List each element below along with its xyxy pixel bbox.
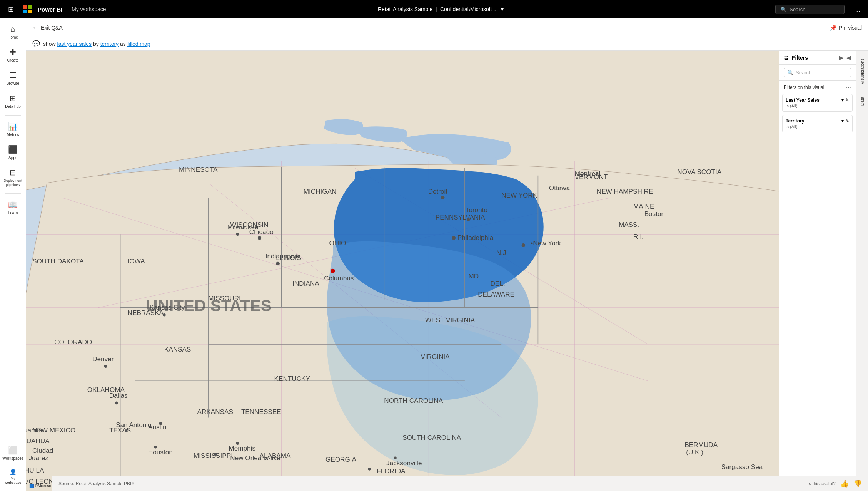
nav-separator: | xyxy=(436,6,437,12)
svg-text:MICHIGAN: MICHIGAN xyxy=(304,188,337,195)
filter-card-header-2: Territory ▾ ✎ xyxy=(786,118,849,124)
footer-feedback-text: Is this useful? xyxy=(808,481,836,486)
sidebar-item-learn[interactable]: 📖 Learn xyxy=(2,197,25,218)
qa-word-as: as xyxy=(119,41,127,47)
svg-point-55 xyxy=(258,236,262,240)
qa-query-text: show last year sales by territory as fil… xyxy=(43,41,150,47)
svg-text:NEW YORK: NEW YORK xyxy=(501,191,537,199)
qa-word-show: show xyxy=(43,41,57,47)
svg-text:KANSAS: KANSAS xyxy=(164,345,191,353)
sidebar-item-deployment[interactable]: ⊟ Deployment pipelines xyxy=(2,165,25,190)
filter-card-chevron-icon-2[interactable]: ▾ xyxy=(841,118,844,124)
filter-section-label: Filters on this visual xyxy=(784,85,824,90)
svg-point-69 xyxy=(104,365,107,368)
sidebar-item-browse[interactable]: ☰ Browse xyxy=(2,67,25,89)
svg-text:MAINE: MAINE xyxy=(633,203,654,210)
sidebar-item-label: Home xyxy=(8,35,18,40)
map-container[interactable]: SOUTH DAKOTA NEBRASKA COLORADO IOWA WISC… xyxy=(26,51,779,491)
svg-text:NORTH CAROLINA: NORTH CAROLINA xyxy=(384,397,443,404)
filter-section-more-icon[interactable]: ··· xyxy=(846,84,851,91)
qa-word-by: by xyxy=(92,41,100,47)
map-wrapper: SOUTH DAKOTA NEBRASKA COLORADO IOWA WISC… xyxy=(26,51,779,491)
more-options-button[interactable]: ... xyxy=(851,3,863,15)
sidebar-item-metrics[interactable]: 📊 Metrics xyxy=(2,119,25,140)
filter-card-edit-icon[interactable]: ✎ xyxy=(845,97,849,103)
sidebar-item-label: My workspace xyxy=(3,476,23,485)
sidebar-item-label: Apps xyxy=(8,156,17,160)
tab-data[interactable]: Data xyxy=(858,92,866,110)
svg-text:PENNSYLVANIA: PENNSYLVANIA xyxy=(436,213,485,221)
exit-qa-button[interactable]: ← Exit Q&A xyxy=(32,24,63,31)
filter-search-input[interactable]: 🔍 Search xyxy=(784,68,851,77)
svg-text:Ottawa: Ottawa xyxy=(549,184,570,192)
qa-query-bar[interactable]: 💬 show last year sales by territory as f… xyxy=(26,37,868,51)
filter-search-placeholder: Search xyxy=(796,70,811,75)
svg-text:COAHUILA: COAHUILA xyxy=(26,466,44,474)
svg-text:Chihuahua: Chihuahua xyxy=(26,426,42,434)
sidebar-item-workspaces[interactable]: ⬜ Workspaces xyxy=(2,442,25,464)
sidebar-item-create[interactable]: ✚ Create xyxy=(2,44,25,66)
svg-text:SOUTH DAKOTA: SOUTH DAKOTA xyxy=(32,257,84,265)
svg-point-53 xyxy=(276,262,280,266)
sidebar-item-myworkspace[interactable]: 👤 My workspace xyxy=(2,466,25,488)
chevron-down-icon[interactable]: ▾ xyxy=(501,6,504,12)
filter-collapse-icon[interactable]: ◀ xyxy=(846,54,851,61)
sidebar-item-label: Deployment pipelines xyxy=(3,179,23,187)
thumbs-up-button[interactable]: 👍 xyxy=(840,479,849,488)
svg-text:COLORADO: COLORADO xyxy=(54,338,92,346)
filter-expand-icon[interactable]: ▶ xyxy=(839,54,843,61)
search-placeholder: Search xyxy=(790,7,805,12)
filter-card-title-2: Territory xyxy=(786,118,804,124)
search-bar[interactable]: 🔍 Search xyxy=(775,5,845,14)
nav-center: Retail Analysis Sample | Confidential\Mi… xyxy=(112,6,770,12)
workspace-label[interactable]: My workspace xyxy=(72,6,106,12)
sidebar-item-home[interactable]: ⌂ Home xyxy=(2,22,25,43)
svg-point-85 xyxy=(368,468,371,471)
grid-menu-icon[interactable]: ⊞ xyxy=(5,5,17,13)
workspaces-icon: ⬜ xyxy=(8,446,18,455)
svg-text:Toronto: Toronto xyxy=(466,206,487,214)
footer-source-text: Source: Retail Analysis Sample PBIX xyxy=(58,481,134,486)
svg-text:R.I.: R.I. xyxy=(633,233,644,240)
pin-visual-button[interactable]: 📌 Pin visual xyxy=(830,25,862,31)
svg-text:Denver: Denver xyxy=(92,355,114,363)
qa-word-territory[interactable]: territory xyxy=(100,41,119,47)
toolbar: ← Exit Q&A 📌 Pin visual xyxy=(26,18,868,37)
qa-word-filledmap[interactable]: filled map xyxy=(127,41,150,47)
back-arrow-icon: ← xyxy=(32,24,38,31)
svg-point-71 xyxy=(115,402,118,405)
tab-visualizations[interactable]: Visualizations xyxy=(858,54,866,89)
filter-card-condition-2: is (All) xyxy=(786,124,849,129)
svg-text:Memphis: Memphis xyxy=(229,444,255,452)
svg-text:Sargasso Sea: Sargasso Sea xyxy=(721,463,763,471)
filter-card-edit-icon-2[interactable]: ✎ xyxy=(845,118,849,124)
sidebar-item-apps[interactable]: ⬛ Apps xyxy=(2,142,25,163)
svg-text:MISSISSIPPI: MISSISSIPPI xyxy=(194,452,233,459)
svg-text:INDIANA: INDIANA xyxy=(292,280,319,287)
svg-text:ARKANSAS: ARKANSAS xyxy=(197,408,233,416)
footer: Source: Retail Analysis Sample PBIX Is t… xyxy=(52,476,868,491)
svg-text:San Antonio: San Antonio xyxy=(116,421,151,429)
metrics-icon: 📊 xyxy=(8,122,18,131)
svg-text:Juárez: Juárez xyxy=(28,454,48,462)
myworkspace-icon: 👤 xyxy=(10,469,16,475)
sidebar-item-datahub[interactable]: ⊞ Data hub xyxy=(2,90,25,112)
thumbs-down-button[interactable]: 👎 xyxy=(853,479,862,488)
svg-text:Boston: Boston xyxy=(644,210,665,218)
filter-card-chevron-icon[interactable]: ▾ xyxy=(841,97,844,103)
svg-text:DEL.: DEL. xyxy=(491,280,505,287)
qa-word-lastyearsales[interactable]: last year sales xyxy=(57,41,92,47)
svg-text:New Orleans-like: New Orleans-like xyxy=(230,454,280,462)
top-nav-bar: ⊞ Power BI My workspace Retail Analysis … xyxy=(0,0,868,18)
search-icon: 🔍 xyxy=(780,7,786,12)
qa-icon: 💬 xyxy=(32,40,40,47)
apps-icon: ⬛ xyxy=(8,145,18,154)
footer-right: Is this useful? 👍 👎 xyxy=(808,479,862,488)
svg-text:FLORIDA: FLORIDA xyxy=(377,467,406,475)
svg-text:Milwaukee: Milwaukee xyxy=(227,223,259,231)
svg-point-63 xyxy=(441,196,445,199)
svg-text:Indianapolis: Indianapolis xyxy=(265,252,300,260)
filter-funnel-icon: ⊋ xyxy=(784,54,789,61)
svg-text:Ciudad: Ciudad xyxy=(32,447,53,454)
svg-text:MINNESOTA: MINNESOTA xyxy=(179,166,218,173)
